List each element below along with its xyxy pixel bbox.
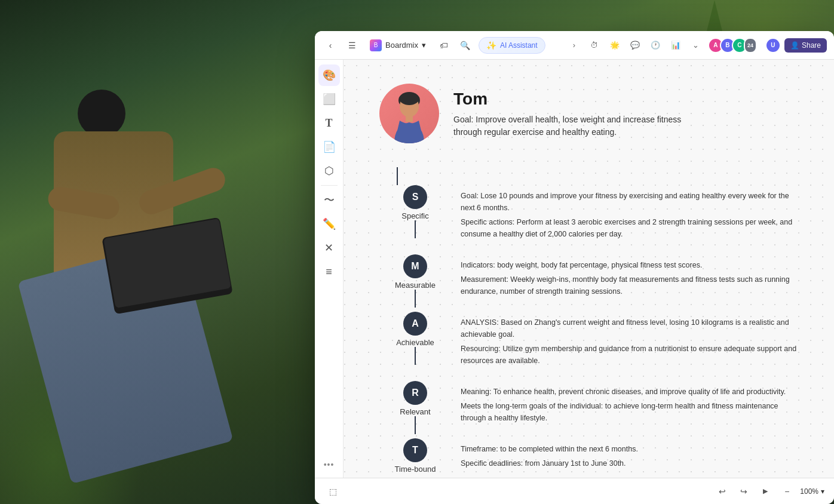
canvas[interactable]: Tom Goal: Improve overall health, lose w… [344, 60, 834, 478]
timer-button[interactable]: ⏱ [586, 37, 603, 54]
t-circle: T [403, 438, 427, 462]
t-text-line-2: Specific deadlines: from January 1st to … [461, 457, 798, 469]
pen-icon: ✏️ [323, 217, 336, 231]
connector-spacer [379, 167, 415, 185]
toolbar-left: ‹ ☰ B Boardmix ▾ 🏷 🔍 ✨ AI Assistant [322, 37, 545, 54]
m-connector [415, 290, 416, 308]
t-letter: T [412, 445, 418, 456]
share-button[interactable]: 👤 Share [784, 38, 827, 53]
brand-label: Boardmix [385, 41, 418, 50]
header-connector-wrapper [379, 167, 798, 185]
bottom-center: ↩ ↪ ▶ − 100% ▾ [714, 483, 824, 500]
person-avatar [379, 84, 439, 143]
m-letter: M [411, 261, 419, 272]
t-text-line-1: Timeframe: to be completed within the ne… [461, 443, 798, 455]
timer-icon: ⏱ [590, 41, 598, 50]
a-text-line-1: ANALYSIS: Based on Zhang's current weigh… [461, 316, 798, 340]
bottom-left: ⬚ [324, 483, 341, 500]
top-toolbar: ‹ ☰ B Boardmix ▾ 🏷 🔍 ✨ AI Assistant [315, 31, 834, 60]
search-button[interactable]: 🔍 [457, 37, 474, 54]
connector-icon: 〜 [324, 193, 335, 207]
timeline-item-m: M Measurable Indicators: body weight, bo… [379, 254, 798, 312]
a-label: Achievable [396, 338, 434, 347]
chart-icon: 📊 [671, 41, 680, 50]
zoom-display[interactable]: 100% ▾ [800, 487, 824, 496]
timeline-left-r: R Relevant [379, 381, 451, 434]
s-text-line-2: Specific actions: Perform at least 3 aer… [461, 216, 798, 240]
sidebar-item-text[interactable]: T [318, 112, 340, 134]
sidebar-item-more-tools[interactable]: ✕ [318, 237, 340, 259]
expand-icon-btn[interactable]: › [566, 37, 582, 54]
chart-button[interactable]: 📊 [667, 37, 684, 54]
sidebar-item-sticky[interactable]: 📄 [318, 136, 340, 158]
timeline-item-t: T Time-bound Timeframe: to be completed … [379, 438, 798, 478]
zoom-level: 100% [800, 487, 818, 496]
a-text: ANALYSIS: Based on Zhang's current weigh… [461, 316, 798, 367]
sidebar-more-button[interactable]: ••• [318, 456, 340, 473]
expand-icon: › [573, 41, 575, 50]
r-letter: R [412, 388, 419, 398]
history-icon: 🕐 [651, 41, 660, 50]
svg-point-2 [400, 93, 419, 105]
back-icon: ‹ [329, 41, 332, 50]
ai-assistant-button[interactable]: ✨ AI Assistant [479, 37, 545, 54]
sidebar-item-list[interactable]: ≡ [318, 261, 340, 282]
collab-button[interactable]: 🌟 [606, 37, 623, 54]
brand-button[interactable]: B Boardmix ▾ [365, 37, 431, 54]
sidebar-item-frames[interactable]: ⬜ [318, 88, 340, 110]
timeline-left-a: A Achievable [379, 312, 451, 365]
person-info: Tom Goal: Improve overall health, lose w… [453, 84, 704, 139]
s-content: Goal: Lose 10 pounds and improve your fi… [461, 185, 798, 254]
timeline-item-s: S Specific Goal: Lose 10 pounds and impr… [379, 185, 798, 254]
t-text: Timeframe: to be completed within the ne… [461, 443, 798, 469]
m-text-line-1: Indicators: body weight, body fat percen… [461, 259, 798, 271]
a-letter: A [412, 318, 419, 329]
person-avatar-svg [379, 84, 439, 143]
sidebar-item-connector[interactable]: 〜 [318, 189, 340, 211]
redo-icon: ↪ [740, 487, 747, 496]
pointer-button[interactable]: ▶ [757, 483, 774, 500]
frame-select-button[interactable]: ⬚ [324, 483, 341, 500]
a-content: ANALYSIS: Based on Zhang's current weigh… [461, 312, 798, 381]
more-dropdown-icon: ⌄ [692, 41, 699, 50]
redo-button[interactable]: ↪ [735, 483, 752, 500]
m-text: Indicators: body weight, body fat percen… [461, 259, 798, 297]
chat-button[interactable]: 💬 [627, 37, 643, 54]
pointer-icon: ▶ [763, 487, 768, 495]
undo-button[interactable]: ↩ [714, 483, 731, 500]
sidebar-item-pen[interactable]: ✏️ [318, 213, 340, 235]
more-dropdown-button[interactable]: ⌄ [688, 37, 704, 54]
m-circle: M [403, 254, 427, 278]
back-button[interactable]: ‹ [322, 37, 339, 54]
sidebar-item-templates[interactable]: 🎨 [318, 64, 340, 86]
r-text: Meaning: To enhance health, prevent chro… [461, 386, 798, 424]
svg-rect-3 [406, 116, 413, 122]
brand-chevron-icon: ▾ [422, 41, 426, 50]
s-text-line-1: Goal: Lose 10 pounds and improve your fi… [461, 190, 798, 214]
sidebar-item-shapes[interactable]: ⬡ [318, 160, 340, 182]
zoom-out-button[interactable]: − [778, 483, 795, 500]
undo-icon: ↩ [719, 487, 726, 496]
content-area: 🎨 ⬜ T 📄 ⬡ 〜 ✏️ ✕ [315, 60, 834, 478]
history-button[interactable]: 🕐 [647, 37, 664, 54]
m-text-line-2: Measurement: Weekly weigh-ins, monthly b… [461, 273, 798, 297]
sidebar-divider-1 [321, 185, 338, 186]
ai-sparkle-icon: ✨ [486, 41, 496, 50]
r-text-line-2: Meets the long-term goals of the individ… [461, 400, 798, 424]
list-icon: ≡ [326, 266, 332, 278]
m-content: Indicators: body weight, body fat percen… [461, 254, 798, 312]
smart-diagram: Tom Goal: Improve overall health, lose w… [344, 60, 834, 478]
r-content: Meaning: To enhance health, prevent chro… [461, 381, 798, 438]
share-icon: 👤 [790, 41, 799, 50]
a-circle: A [403, 312, 427, 336]
tag-button[interactable]: 🏷 [436, 37, 452, 54]
s-letter: S [412, 192, 419, 202]
frame-select-icon: ⬚ [329, 487, 337, 496]
avatar-count: 24 [744, 38, 757, 53]
bottom-toolbar: ⬚ ↩ ↪ ▶ − 100% ▾ [315, 478, 834, 504]
r-circle: R [403, 381, 427, 405]
t-label: Time-bound [395, 465, 436, 474]
menu-button[interactable]: ☰ [344, 37, 360, 54]
chat-icon: 💬 [630, 41, 640, 50]
r-connector [415, 416, 416, 434]
